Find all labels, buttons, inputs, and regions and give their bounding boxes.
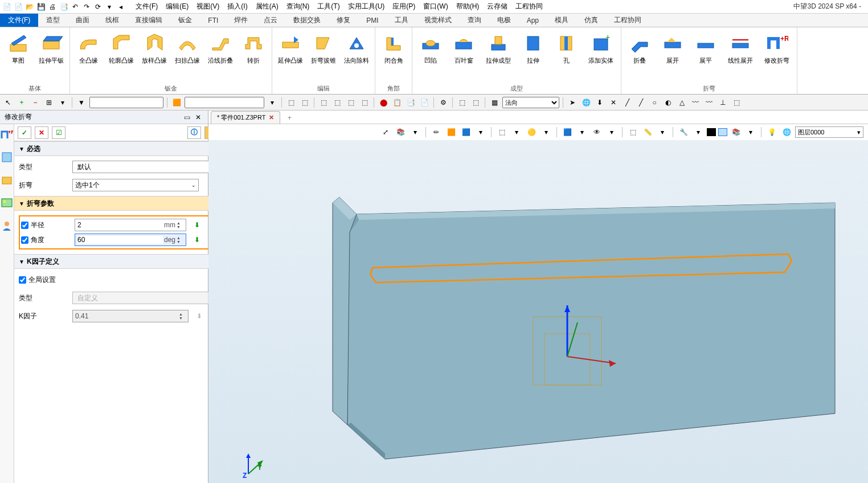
- tab-query[interactable]: 查询: [460, 14, 489, 27]
- menu-insert[interactable]: 插入(I): [224, 1, 251, 13]
- tool-icon[interactable]: ⬚: [345, 97, 357, 108]
- dropdown-icon[interactable]: ▾: [409, 126, 421, 138]
- menu-tools[interactable]: 工具(T): [314, 1, 343, 13]
- cmd-loft-flange[interactable]: 放样凸缘: [140, 30, 169, 83]
- section-header[interactable]: ▼折弯参数: [14, 196, 222, 211]
- color-icon[interactable]: [718, 128, 727, 136]
- tab-wire[interactable]: 线框: [97, 14, 127, 27]
- cmd-bend-taper[interactable]: 折弯拔锥: [309, 30, 338, 83]
- view-icon[interactable]: 👁: [591, 126, 603, 138]
- menu-window[interactable]: 窗口(W): [420, 1, 451, 13]
- tab-app[interactable]: App: [519, 14, 547, 27]
- new-icon[interactable]: 📄: [2, 2, 11, 11]
- close-icon[interactable]: ✕: [269, 114, 274, 121]
- plus-icon[interactable]: +: [16, 97, 27, 108]
- dropdown-icon[interactable]: ▾: [57, 97, 68, 108]
- view-icon[interactable]: 📚: [394, 126, 407, 138]
- layer-combo[interactable]: 图层0000▾: [795, 126, 863, 138]
- tab-mold[interactable]: 模具: [547, 14, 576, 27]
- tab-sheetmetal[interactable]: 钣金: [170, 14, 200, 27]
- dropdown-icon[interactable]: ▾: [744, 126, 757, 138]
- wireframe-icon[interactable]: ⬚: [496, 126, 508, 138]
- dropdown-icon[interactable]: ▾: [540, 126, 552, 138]
- info-button[interactable]: ⓘ: [187, 126, 201, 139]
- tab-file[interactable]: 文件(F): [0, 14, 38, 27]
- tab-fti[interactable]: FTI: [200, 14, 226, 27]
- tool-icon[interactable]: 📑: [405, 97, 416, 108]
- snap-icon[interactable]: 〰: [703, 97, 715, 108]
- direction-select[interactable]: 法向: [502, 97, 559, 108]
- tab-exchange[interactable]: 数据交换: [285, 14, 329, 27]
- dropdown-icon[interactable]: ▾: [510, 126, 523, 138]
- dropdown-icon[interactable]: ▾: [605, 126, 618, 138]
- tab-repair[interactable]: 修复: [329, 14, 358, 27]
- bend-select[interactable]: 选中1个⌄: [72, 179, 199, 191]
- tool-icon[interactable]: ⬚: [331, 97, 343, 108]
- tab-tools[interactable]: 工具: [387, 14, 416, 27]
- cmd-louver[interactable]: 百叶窗: [449, 30, 478, 83]
- view-icon[interactable]: 🟦: [561, 126, 574, 138]
- snap-icon[interactable]: ⬚: [731, 97, 742, 108]
- filter-icon[interactable]: ▼: [76, 97, 87, 108]
- snap-icon[interactable]: △: [676, 97, 687, 108]
- tool-icon[interactable]: 📄: [419, 97, 430, 108]
- 3d-viewport[interactable]: Z Y: [208, 140, 868, 483]
- menu-file[interactable]: 文件(F): [132, 1, 161, 13]
- user-icon[interactable]: [0, 219, 14, 232]
- cmd-full-flange[interactable]: 全凸缘: [73, 30, 103, 83]
- angle-checkbox[interactable]: [21, 236, 28, 244]
- cmd-fold[interactable]: 折叠: [625, 30, 654, 83]
- tab-visual[interactable]: 视觉样式: [416, 14, 460, 27]
- snap-icon[interactable]: ○: [649, 97, 660, 108]
- cmd-modify-bend[interactable]: +R修改折弯: [760, 30, 793, 83]
- view-icon[interactable]: ⬚: [627, 126, 639, 138]
- tool-icon[interactable]: ⬚: [470, 97, 481, 108]
- grid-icon[interactable]: ▦: [489, 97, 500, 108]
- cmd-sketch[interactable]: 草图: [3, 30, 33, 83]
- gear-icon[interactable]: ⚙: [437, 97, 449, 108]
- tab-electrode[interactable]: 电极: [489, 14, 519, 27]
- cmd-closed-corner[interactable]: 闭合角: [379, 30, 408, 83]
- box-icon[interactable]: [0, 173, 14, 187]
- cmd-extrude-flat[interactable]: 拉伸平钣: [36, 30, 66, 83]
- stop-icon[interactable]: ⬤: [378, 97, 389, 108]
- doc-tab[interactable]: * 零件001.Z3PRT ✕: [211, 111, 280, 124]
- redo-icon[interactable]: ↷: [82, 2, 91, 11]
- menu-app[interactable]: 应用(P): [389, 1, 419, 13]
- menu-cloud[interactable]: 云存储: [484, 1, 511, 13]
- apply-button[interactable]: ☑: [52, 126, 65, 139]
- tab-weld[interactable]: 焊件: [226, 14, 256, 27]
- bulb-icon[interactable]: 💡: [765, 126, 778, 138]
- angle-input[interactable]: deg▲▼: [75, 234, 186, 246]
- cancel-button[interactable]: ✕: [35, 126, 48, 139]
- dropdown-icon[interactable]: ▾: [656, 126, 669, 138]
- close-icon[interactable]: ✕: [193, 113, 203, 122]
- tab-model[interactable]: 造型: [38, 14, 68, 27]
- global-checkbox[interactable]: [19, 276, 26, 284]
- snap-icon[interactable]: ⊥: [717, 97, 728, 108]
- radius-checkbox[interactable]: [21, 222, 28, 229]
- cube-icon[interactable]: 🟦: [460, 126, 472, 138]
- view-icon[interactable]: 🔧: [677, 126, 690, 138]
- link-icon[interactable]: ⬇: [190, 219, 204, 231]
- cmd-dimple[interactable]: 凹陷: [416, 30, 445, 83]
- tool-icon[interactable]: ⬚: [456, 97, 468, 108]
- layers-icon[interactable]: 📚: [730, 126, 742, 138]
- cube-icon[interactable]: 🟧: [171, 97, 182, 108]
- measure-icon[interactable]: 📏: [641, 126, 654, 138]
- menu-collab[interactable]: 工程协同: [512, 1, 546, 13]
- snap-icon[interactable]: ╱: [635, 97, 646, 108]
- tab-surface[interactable]: 曲面: [68, 14, 97, 27]
- print-preview-icon[interactable]: 📑: [59, 2, 68, 11]
- ok-button[interactable]: ✓: [18, 126, 31, 139]
- tab-sim[interactable]: 仿真: [576, 14, 606, 27]
- menu-edit[interactable]: 编辑(E): [162, 1, 192, 13]
- radius-input[interactable]: mm▲▼: [75, 219, 186, 231]
- cmd-fold-along-line[interactable]: 沿线折叠: [206, 30, 235, 83]
- dropdown-icon[interactable]: ▾: [576, 126, 588, 138]
- cmd-extend-flange[interactable]: 延伸凸缘: [276, 30, 305, 83]
- feature-icon[interactable]: +R: [0, 128, 14, 141]
- tab-pointcloud[interactable]: 点云: [256, 14, 285, 27]
- print-icon[interactable]: 🖨: [48, 2, 57, 11]
- new-alt-icon[interactable]: 📄: [14, 2, 23, 11]
